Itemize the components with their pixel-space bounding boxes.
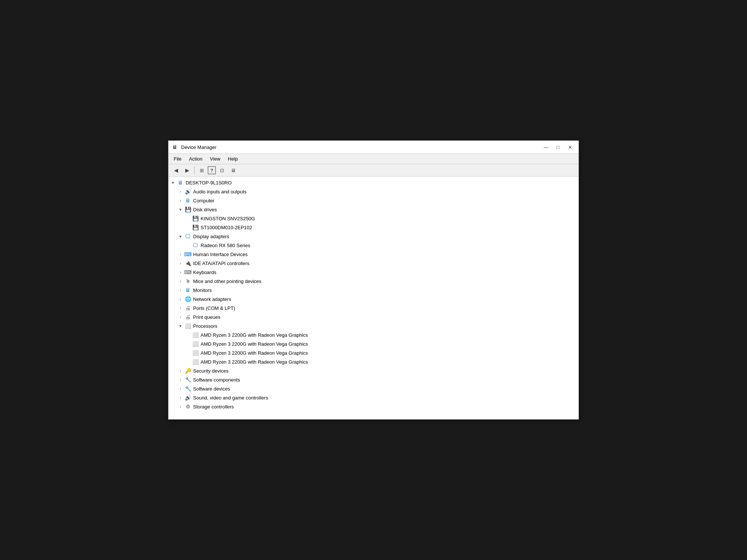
- expand-storage[interactable]: ›: [177, 404, 183, 410]
- label-security: Security devices: [193, 368, 229, 374]
- expand-network[interactable]: ›: [177, 296, 183, 302]
- expand-disk[interactable]: ▼: [177, 206, 183, 212]
- tree-item-mice[interactable]: › 🖱 Mice and other pointing devices: [168, 277, 579, 286]
- tree-item-print[interactable]: › 🖨 Print queues: [168, 312, 579, 321]
- label-proc4: AMD Ryzen 3 2200G with Radeon Vega Graph…: [201, 359, 308, 365]
- label-proc3: AMD Ryzen 3 2200G with Radeon Vega Graph…: [201, 350, 308, 356]
- label-storage: Storage controllers: [193, 404, 234, 410]
- expand-softdev[interactable]: ›: [177, 386, 183, 392]
- expand-sound[interactable]: ›: [177, 395, 183, 401]
- toolbar: ◀ ▶ ⊞ ? ⊡ 🖥: [168, 164, 579, 177]
- expand-disk2: [185, 224, 191, 230]
- expand-security[interactable]: ›: [177, 368, 183, 374]
- tree-item-proc2[interactable]: ⬜ AMD Ryzen 3 2200G with Radeon Vega Gra…: [168, 339, 579, 348]
- icon-processors: ⬜: [184, 322, 192, 330]
- expand-computer[interactable]: ›: [177, 197, 183, 203]
- icon-proc2: ⬜: [192, 340, 199, 348]
- expand-processors[interactable]: ▼: [177, 323, 183, 329]
- tree-item-ports[interactable]: › 🖨 Ports (COM & LPT): [168, 304, 579, 312]
- expand-mice[interactable]: ›: [177, 278, 183, 284]
- icon-network: 🌐: [184, 295, 192, 303]
- icon-display: 🖵: [184, 233, 192, 240]
- maximize-button[interactable]: □: [552, 143, 564, 151]
- menu-view[interactable]: View: [206, 155, 224, 163]
- icon-proc1: ⬜: [192, 331, 199, 339]
- label-softdev: Software devices: [193, 386, 230, 392]
- expand-ide[interactable]: ›: [177, 260, 183, 266]
- tree-item-keyboard[interactable]: › ⌨ Keyboards: [168, 268, 579, 277]
- expand-monitors[interactable]: ›: [177, 287, 183, 293]
- label-mice: Mice and other pointing devices: [193, 279, 261, 284]
- expand-proc3: [185, 350, 191, 356]
- main-content: ▼ 🖥 DESKTOP-9L1S0RO › 🔊 Audio inputs and…: [168, 177, 579, 419]
- update-driver-button[interactable]: ⊡: [217, 165, 227, 175]
- icon-proc4: ⬜: [192, 358, 199, 365]
- label-keyboard: Keyboards: [193, 270, 216, 275]
- expand-softcomp[interactable]: ›: [177, 377, 183, 383]
- label-softcomp: Software components: [193, 377, 240, 383]
- menu-file[interactable]: File: [170, 155, 185, 163]
- title-bar-controls: — □ ✕: [540, 143, 576, 151]
- tree-item-hid[interactable]: › ⌨ Human Interface Devices: [168, 250, 579, 259]
- expand-ports[interactable]: ›: [177, 305, 183, 311]
- tree-item-network[interactable]: › 🌐 Network adapters: [168, 295, 579, 304]
- expand-gpu1: [185, 242, 191, 248]
- tree-item-proc1[interactable]: ⬜ AMD Ryzen 3 2200G with Radeon Vega Gra…: [168, 330, 579, 339]
- label-disk1: KINGSTON SNV2S250G: [201, 216, 255, 221]
- expand-keyboard[interactable]: ›: [177, 269, 183, 275]
- expand-hid[interactable]: ›: [177, 251, 183, 257]
- expand-display[interactable]: ▼: [177, 233, 183, 239]
- close-button[interactable]: ✕: [564, 143, 576, 151]
- icon-hid: ⌨: [184, 251, 192, 258]
- label-ide: IDE ATA/ATAPI controllers: [193, 261, 249, 266]
- tree-item-proc3[interactable]: ⬜ AMD Ryzen 3 2200G with Radeon Vega Gra…: [168, 348, 579, 357]
- tree-item-monitors[interactable]: › 🖥 Monitors: [168, 286, 579, 295]
- icon-softdev: 🔧: [184, 385, 192, 392]
- tree-item-disk1[interactable]: 💾 KINGSTON SNV2S250G: [168, 214, 579, 223]
- forward-button[interactable]: ▶: [182, 165, 192, 175]
- properties-button[interactable]: ⊞: [196, 165, 207, 175]
- icon-disk2: 💾: [192, 224, 199, 231]
- menu-bar: File Action View Help: [168, 154, 579, 164]
- tree-item-proc4[interactable]: ⬜ AMD Ryzen 3 2200G with Radeon Vega Gra…: [168, 357, 579, 366]
- title-bar-left: 🖥 Device Manager: [171, 144, 217, 150]
- menu-help[interactable]: Help: [224, 155, 242, 163]
- icon-computer: 🖥: [184, 197, 192, 204]
- label-gpu1: Radeon RX 580 Series: [201, 243, 250, 248]
- tree-item-softdev[interactable]: › 🔧 Software devices: [168, 384, 579, 393]
- tree-item-sound[interactable]: › 🔊 Sound, video and game controllers: [168, 393, 579, 402]
- tree-item-computer[interactable]: › 🖥 Computer: [168, 196, 579, 205]
- label-sound: Sound, video and game controllers: [193, 395, 268, 401]
- tree-item-disk[interactable]: ▼ 💾 Disk drives: [168, 205, 579, 214]
- tree-item-ide[interactable]: › 🔌 IDE ATA/ATAPI controllers: [168, 259, 579, 268]
- tree-item-softcomp[interactable]: › 🔧 Software components: [168, 375, 579, 384]
- icon-softcomp: 🔧: [184, 376, 192, 383]
- expand-print[interactable]: ›: [177, 314, 183, 320]
- menu-action[interactable]: Action: [185, 155, 206, 163]
- icon-disk: 💾: [184, 206, 192, 213]
- device-manager-window: 🖥 Device Manager — □ ✕ File Action View …: [168, 140, 579, 420]
- tree-item-processors[interactable]: ▼ ⬜ Processors: [168, 321, 579, 330]
- tree-item-audio[interactable]: › 🔊 Audio inputs and outputs: [168, 187, 579, 196]
- icon-computer-root: 🖥: [177, 179, 184, 186]
- tree-item-display[interactable]: ▼ 🖵 Display adapters: [168, 232, 579, 241]
- device-tree[interactable]: ▼ 🖥 DESKTOP-9L1S0RO › 🔊 Audio inputs and…: [168, 177, 579, 419]
- window-title: Device Manager: [181, 144, 217, 150]
- label-hid: Human Interface Devices: [193, 252, 248, 257]
- scan-hardware-button[interactable]: 🖥: [228, 165, 238, 175]
- minimize-button[interactable]: —: [540, 143, 552, 151]
- icon-gpu1: 🖵: [192, 242, 199, 249]
- expand-disk1: [185, 215, 191, 221]
- help-button[interactable]: ?: [208, 166, 216, 174]
- tree-item-storage[interactable]: › ⚙ Storage controllers: [168, 402, 579, 411]
- tree-item-disk2[interactable]: 💾 ST1000DM010-2EP102: [168, 223, 579, 232]
- icon-audio: 🔊: [184, 188, 192, 195]
- label-processors: Processors: [193, 323, 217, 329]
- expand-root[interactable]: ▼: [170, 180, 176, 186]
- expand-audio[interactable]: ›: [177, 189, 183, 195]
- title-bar: 🖥 Device Manager — □ ✕: [168, 141, 579, 154]
- tree-item-security[interactable]: › 🔑 Security devices: [168, 366, 579, 375]
- back-button[interactable]: ◀: [171, 165, 181, 175]
- tree-item-root[interactable]: ▼ 🖥 DESKTOP-9L1S0RO: [168, 178, 579, 187]
- tree-item-gpu1[interactable]: 🖵 Radeon RX 580 Series: [168, 241, 579, 250]
